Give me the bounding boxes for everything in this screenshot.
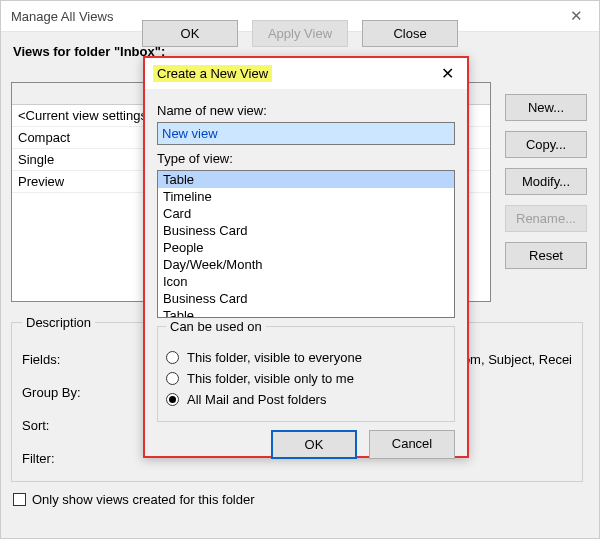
can-be-used-on-legend: Can be used on (166, 319, 266, 334)
new-button[interactable]: New... (505, 94, 587, 121)
modify-button[interactable]: Modify... (505, 168, 587, 195)
ok-button[interactable]: OK (271, 430, 357, 459)
name-of-view-input[interactable] (157, 122, 455, 145)
bottom-button-row: OK Apply View Close (1, 20, 599, 47)
inner-button-row: OK Cancel (157, 430, 455, 459)
list-item[interactable]: Card (158, 205, 454, 222)
list-item[interactable]: Icon (158, 273, 454, 290)
inner-title: Create a New View (153, 65, 272, 82)
list-item[interactable]: Business Card (158, 290, 454, 307)
type-of-view-label: Type of view: (157, 151, 455, 166)
radio-icon[interactable] (166, 372, 179, 385)
apply-view-button: Apply View (252, 20, 348, 47)
close-button[interactable]: Close (362, 20, 458, 47)
fields-value: om, Subject, Recei (463, 352, 572, 367)
can-be-used-on-group: Can be used on This folder, visible to e… (157, 326, 455, 422)
checkbox-icon[interactable] (13, 493, 26, 506)
list-item[interactable]: Timeline (158, 188, 454, 205)
radio-option[interactable]: All Mail and Post folders (166, 392, 446, 407)
list-item[interactable]: People (158, 239, 454, 256)
cancel-button[interactable]: Cancel (369, 430, 455, 459)
radio-label: All Mail and Post folders (187, 392, 326, 407)
ok-button[interactable]: OK (142, 20, 238, 47)
list-item[interactable]: Day/Week/Month (158, 256, 454, 273)
radio-icon[interactable] (166, 393, 179, 406)
groupby-label: Group By: (22, 385, 102, 400)
type-of-view-listbox[interactable]: TableTimelineCardBusiness CardPeopleDay/… (157, 170, 455, 318)
rename-button: Rename... (505, 205, 587, 232)
reset-button[interactable]: Reset (505, 242, 587, 269)
list-item[interactable]: Table (158, 307, 454, 318)
sort-label: Sort: (22, 418, 102, 433)
name-of-view-label: Name of new view: (157, 103, 455, 118)
radio-option[interactable]: This folder, visible only to me (166, 371, 446, 386)
list-item[interactable]: Table (158, 171, 454, 188)
filter-label: Filter: (22, 451, 102, 466)
create-new-view-dialog: Create a New View ✕ Name of new view: Ty… (143, 56, 469, 458)
fields-label: Fields: (22, 352, 102, 367)
outer-body: Views for folder "Inbox": View Name <Cur… (1, 32, 599, 59)
radio-label: This folder, visible only to me (187, 371, 354, 386)
inner-titlebar: Create a New View ✕ (145, 58, 467, 89)
only-show-checkbox-row[interactable]: Only show views created for this folder (13, 492, 255, 507)
radio-option[interactable]: This folder, visible to everyone (166, 350, 446, 365)
description-legend: Description (22, 315, 95, 330)
inner-body: Name of new view: Type of view: TableTim… (145, 89, 467, 469)
list-item[interactable]: Business Card (158, 222, 454, 239)
copy-button[interactable]: Copy... (505, 131, 587, 158)
close-icon[interactable]: ✕ (435, 64, 459, 83)
only-show-label: Only show views created for this folder (32, 492, 255, 507)
radio-icon[interactable] (166, 351, 179, 364)
radio-label: This folder, visible to everyone (187, 350, 362, 365)
right-button-column: New... Copy... Modify... Rename... Reset (505, 94, 587, 269)
